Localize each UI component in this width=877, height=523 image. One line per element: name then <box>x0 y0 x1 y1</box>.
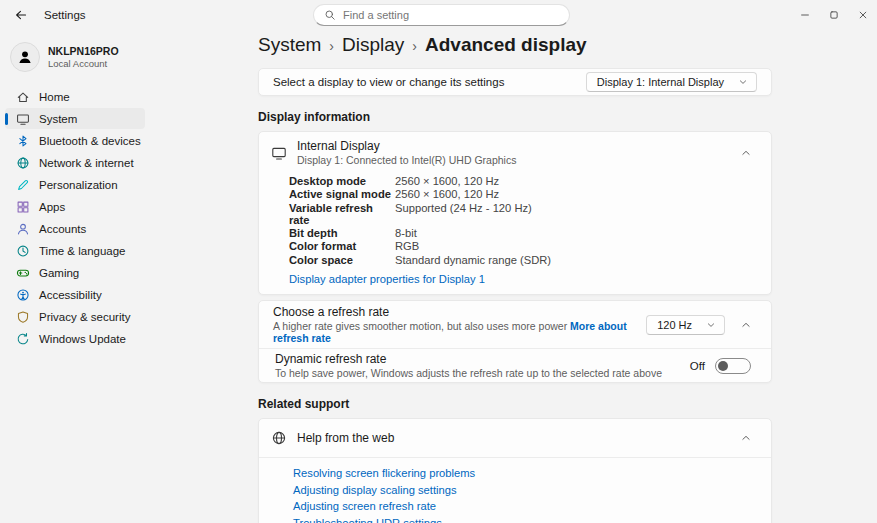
sidebar-item-network-internet[interactable]: Network & internet <box>5 152 145 173</box>
window-controls <box>790 0 877 30</box>
user-name: NKLPN16PRO <box>48 45 119 58</box>
sidebar-item-label: System <box>39 113 77 125</box>
display-information-card: Internal Display Display 1: Connected to… <box>258 131 772 295</box>
toggle-knob <box>718 361 728 371</box>
display-select-dropdown[interactable]: Display 1: Internal Display <box>586 72 757 92</box>
accounts-icon <box>16 222 30 236</box>
info-value: RGB <box>395 240 419 252</box>
help-link[interactable]: Resolving screen flickering problems <box>293 467 475 479</box>
collapse-button[interactable] <box>733 141 759 165</box>
globe-icon <box>271 430 287 446</box>
refresh-rate-card: Choose a refresh rate A higher rate give… <box>258 300 772 383</box>
collapse-button[interactable] <box>733 313 759 337</box>
sidebar-item-label: Privacy & security <box>39 311 130 323</box>
help-link[interactable]: Troubleshooting HDR settings <box>293 517 442 523</box>
help-link[interactable]: Adjusting screen refresh rate <box>293 500 436 512</box>
breadcrumb-system[interactable]: System <box>258 34 321 56</box>
internal-display-expander[interactable]: Internal Display Display 1: Connected to… <box>259 132 771 173</box>
refresh-rate-subtitle: A higher rate gives smoother motion, but… <box>273 320 567 332</box>
maximize-button[interactable] <box>819 0 848 30</box>
chevron-down-icon <box>706 320 716 330</box>
close-button[interactable] <box>848 0 877 30</box>
dynamic-refresh-rate-title: Dynamic refresh rate <box>275 352 662 366</box>
sidebar-item-bluetooth-devices[interactable]: Bluetooth & devices <box>5 130 145 151</box>
sidebar-item-label: Windows Update <box>39 333 126 345</box>
info-label: Color space <box>289 254 395 266</box>
home-icon <box>16 90 30 104</box>
collapse-button[interactable] <box>733 426 759 450</box>
sidebar-item-label: Gaming <box>39 267 79 279</box>
info-label: Desktop mode <box>289 175 395 187</box>
internal-display-subtitle: Display 1: Connected to Intel(R) UHD Gra… <box>297 154 516 166</box>
system-icon <box>16 112 30 126</box>
info-row: Active signal mode 2560 × 1600, 120 Hz <box>289 188 759 200</box>
sidebar-item-apps[interactable]: Apps <box>5 196 145 217</box>
search-box[interactable] <box>313 4 570 26</box>
info-row: Color format RGB <box>289 240 759 252</box>
sidebar-item-privacy-security[interactable]: Privacy & security <box>5 306 145 327</box>
sidebar-item-personalization[interactable]: Personalization <box>5 174 145 195</box>
breadcrumb-display[interactable]: Display <box>342 34 404 56</box>
breadcrumb-separator: › <box>329 36 334 54</box>
chevron-up-icon <box>740 147 752 159</box>
user-card[interactable]: NKLPN16PRO Local Account <box>0 34 150 80</box>
back-button[interactable] <box>8 4 34 26</box>
info-label: Color format <box>289 240 395 252</box>
chevron-up-icon <box>740 319 752 331</box>
bluetooth-icon <box>16 134 30 148</box>
refresh-rate-value: 120 Hz <box>657 319 692 331</box>
breadcrumb: System › Display › Advanced display <box>258 32 772 58</box>
sidebar: NKLPN16PRO Local Account Home System Blu… <box>0 30 150 523</box>
sidebar-item-time-language[interactable]: Time & language <box>5 240 145 261</box>
help-links: Resolving screen flickering problemsAdju… <box>259 457 771 523</box>
minimize-button[interactable] <box>790 0 819 30</box>
dynamic-refresh-rate-subtitle: To help save power, Windows adjusts the … <box>275 367 662 379</box>
avatar <box>10 42 40 72</box>
app-title: Settings <box>44 9 86 21</box>
display-adapter-properties-link[interactable]: Display adapter properties for Display 1 <box>289 273 485 285</box>
sidebar-item-label: Home <box>39 91 70 103</box>
toggle-state-label: Off <box>690 360 705 372</box>
info-label: Variable refresh rate <box>289 202 395 227</box>
sidebar-item-gaming[interactable]: Gaming <box>5 262 145 283</box>
display-select-value: Display 1: Internal Display <box>597 76 724 88</box>
sidebar-item-label: Apps <box>39 201 65 213</box>
time-icon <box>16 244 30 258</box>
help-link[interactable]: Adjusting display scaling settings <box>293 484 457 496</box>
update-icon <box>16 332 30 346</box>
display-icon <box>271 145 287 161</box>
titlebar: Settings <box>0 0 877 30</box>
sidebar-item-label: Accessibility <box>39 289 102 301</box>
sidebar-item-home[interactable]: Home <box>5 86 145 107</box>
close-icon <box>857 9 869 21</box>
back-arrow-icon <box>14 8 28 22</box>
info-row: Color space Standard dynamic range (SDR) <box>289 254 759 266</box>
sidebar-item-accessibility[interactable]: Accessibility <box>5 284 145 305</box>
dynamic-refresh-rate-toggle[interactable] <box>715 358 751 374</box>
sidebar-item-label: Personalization <box>39 179 118 191</box>
search-icon <box>324 9 336 21</box>
info-value: 8-bit <box>395 227 417 239</box>
info-row: Bit depth 8-bit <box>289 227 759 239</box>
info-value: Supported (24 Hz - 120 Hz) <box>395 202 532 227</box>
chevron-up-icon <box>740 432 752 444</box>
display-info-rows: Desktop mode 2560 × 1600, 120 Hz Active … <box>259 173 771 266</box>
info-value: 2560 × 1600, 120 Hz <box>395 175 499 187</box>
internal-display-title: Internal Display <box>297 139 516 153</box>
info-value: Standard dynamic range (SDR) <box>395 254 551 266</box>
sidebar-item-accounts[interactable]: Accounts <box>5 218 145 239</box>
sidebar-item-label: Bluetooth & devices <box>39 135 141 147</box>
accessibility-icon <box>16 288 30 302</box>
sidebar-item-label: Accounts <box>39 223 86 235</box>
sidebar-nav: Home System Bluetooth & devices Network … <box>0 86 150 349</box>
refresh-rate-dropdown[interactable]: 120 Hz <box>646 315 725 335</box>
main-content: System › Display › Advanced display Sele… <box>150 30 877 523</box>
sidebar-item-system[interactable]: System <box>5 108 145 129</box>
maximize-icon <box>828 9 840 21</box>
privacy-icon <box>16 310 30 324</box>
search-input[interactable] <box>343 9 559 21</box>
help-from-web-title: Help from the web <box>297 431 394 445</box>
sidebar-item-windows-update[interactable]: Windows Update <box>5 328 145 349</box>
info-label: Active signal mode <box>289 188 395 200</box>
help-from-web-expander[interactable]: Help from the web <box>259 419 771 457</box>
